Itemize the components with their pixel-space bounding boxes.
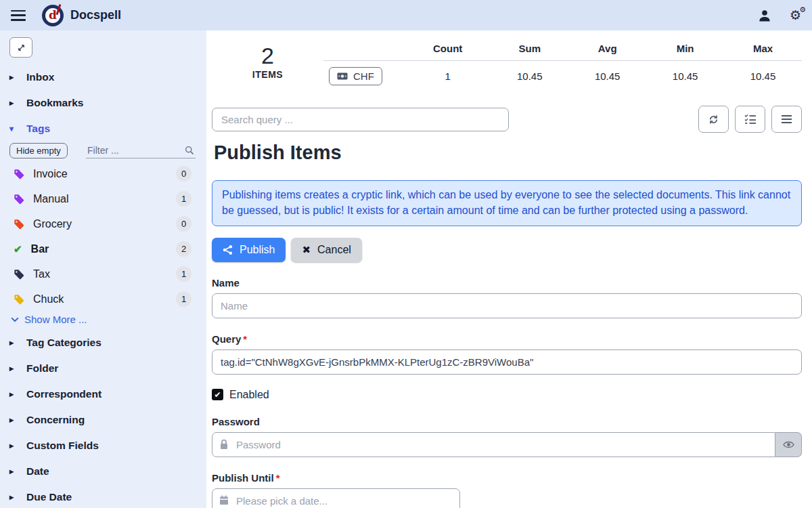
query-input[interactable]	[212, 350, 802, 375]
caret-right-icon: ▸	[9, 441, 16, 450]
tag-item-bar[interactable]: ✔ Bar 2	[8, 236, 198, 261]
cancel-button[interactable]: ✖ Cancel	[291, 238, 361, 262]
user-account-icon[interactable]	[759, 9, 771, 22]
app-logo[interactable]: d Docspell	[42, 5, 121, 26]
stats-table: Count Sum Avg Min Max CHF	[323, 39, 802, 91]
caret-right-icon: ▸	[9, 467, 16, 476]
search-query-input[interactable]	[212, 108, 509, 131]
sidebar-item-tag-categories[interactable]: ▸ Tag Categories	[8, 330, 198, 356]
publish-until-date-input[interactable]	[212, 488, 460, 508]
refresh-button[interactable]	[698, 106, 729, 133]
tag-item-tax[interactable]: Tax 1	[8, 261, 198, 287]
caret-right-icon: ▸	[9, 415, 16, 425]
tag-icon	[14, 269, 24, 280]
main-content: 2 ITEMS Count Sum Avg Min Max	[206, 30, 812, 508]
menu-toggle-icon[interactable]	[11, 10, 26, 21]
tag-count-badge: 2	[176, 241, 191, 257]
caret-right-icon: ▸	[9, 492, 16, 502]
caret-right-icon: ▸	[9, 338, 16, 347]
caret-right-icon: ▸	[9, 72, 16, 82]
required-marker: *	[243, 333, 247, 345]
tag-item-invoice[interactable]: Invoice 0	[8, 161, 198, 186]
stats-summary: 2 ITEMS Count Sum Avg Min Max	[212, 39, 802, 91]
col-header-min: Min	[646, 39, 724, 61]
page-title: Publish Items	[214, 142, 802, 164]
publish-button[interactable]: Publish	[212, 238, 286, 262]
password-label: Password	[212, 416, 802, 427]
sidebar-item-date[interactable]: ▸ Date	[8, 459, 198, 484]
enabled-label: Enabled	[229, 389, 269, 401]
tag-count-badge: 0	[176, 216, 191, 232]
expand-diagonal-icon	[16, 43, 26, 53]
col-header-avg: Avg	[568, 39, 646, 61]
sidebar: ▸ Inbox ▸ Bookmarks ▾ Tags Hide empty In	[0, 30, 206, 508]
share-icon	[223, 245, 233, 255]
currency-badge: CHF	[329, 67, 382, 85]
toggle-password-visibility-button[interactable]	[775, 432, 802, 457]
col-header-sum: Sum	[491, 39, 568, 61]
enabled-checkbox[interactable]: ✔	[212, 389, 223, 400]
refresh-icon	[708, 114, 719, 125]
tag-count-badge: 1	[176, 291, 191, 307]
tag-icon	[14, 294, 24, 305]
tag-item-chuck[interactable]: Chuck 1	[8, 287, 198, 312]
tag-icon	[14, 219, 24, 230]
col-header-max: Max	[724, 39, 802, 61]
sidebar-item-custom-fields[interactable]: ▸ Custom Fields	[8, 433, 198, 459]
sidebar-item-folder[interactable]: ▸ Folder	[8, 356, 198, 381]
tag-count-badge: 1	[176, 191, 191, 207]
caret-right-icon: ▸	[9, 389, 16, 399]
docspell-logo-icon: d	[42, 5, 64, 26]
enabled-checkbox-row[interactable]: ✔ Enabled	[212, 389, 802, 401]
hide-empty-button[interactable]: Hide empty	[9, 143, 68, 158]
table-row: CHF 1 10.45 10.45 10.45 10.45	[323, 61, 802, 92]
sidebar-item-bookmarks[interactable]: ▸ Bookmarks	[8, 90, 198, 116]
caret-right-icon: ▸	[9, 98, 16, 108]
money-bill-icon	[337, 72, 348, 80]
sidebar-item-tags[interactable]: ▾ Tags	[8, 116, 198, 142]
name-input[interactable]	[212, 293, 802, 318]
x-icon: ✖	[302, 244, 311, 256]
name-label: Name	[212, 277, 802, 289]
query-label: Query*	[212, 333, 802, 345]
list-check-icon	[744, 114, 757, 125]
items-count-label: ITEMS	[212, 69, 323, 80]
hamburger-icon	[781, 114, 792, 124]
lock-icon	[219, 439, 229, 452]
tag-filter-input[interactable]	[86, 143, 196, 158]
check-icon: ✔	[14, 243, 22, 255]
tag-item-grocery[interactable]: Grocery 0	[8, 211, 198, 236]
top-navbar: d Docspell ⚙⚙	[0, 0, 812, 30]
caret-down-icon: ▾	[9, 124, 16, 133]
tag-count-badge: 0	[176, 166, 191, 182]
items-count: 2	[212, 44, 323, 68]
sidebar-item-inbox[interactable]: ▸ Inbox	[8, 64, 198, 90]
sidebar-item-due-date[interactable]: ▸ Due Date	[8, 484, 198, 508]
app-title: Docspell	[70, 8, 121, 22]
settings-gears-icon[interactable]: ⚙⚙	[790, 9, 801, 22]
sidebar-item-correspondent[interactable]: ▸ Correspondent	[8, 381, 198, 407]
eye-icon	[783, 440, 794, 449]
collapse-sidebar-button[interactable]	[9, 37, 32, 58]
sidebar-item-concerning[interactable]: ▸ Concerning	[8, 407, 198, 433]
calendar-icon	[219, 495, 229, 508]
col-header-count: Count	[405, 39, 491, 61]
publish-info-box: Publishing items creates a cryptic link,…	[212, 180, 802, 226]
chevron-down-icon	[11, 316, 19, 324]
required-marker: *	[276, 472, 280, 484]
menu-button[interactable]	[771, 106, 802, 133]
tag-icon	[14, 169, 24, 179]
select-view-button[interactable]	[735, 106, 765, 133]
caret-right-icon: ▸	[9, 364, 16, 373]
tag-icon	[14, 194, 24, 205]
tag-count-badge: 1	[176, 266, 191, 282]
show-more-tags-link[interactable]: Show More ...	[8, 312, 198, 330]
password-input[interactable]	[212, 432, 775, 457]
tag-item-manual[interactable]: Manual 1	[8, 186, 198, 211]
publish-until-label: Publish Until*	[212, 472, 802, 484]
search-icon	[185, 146, 194, 155]
